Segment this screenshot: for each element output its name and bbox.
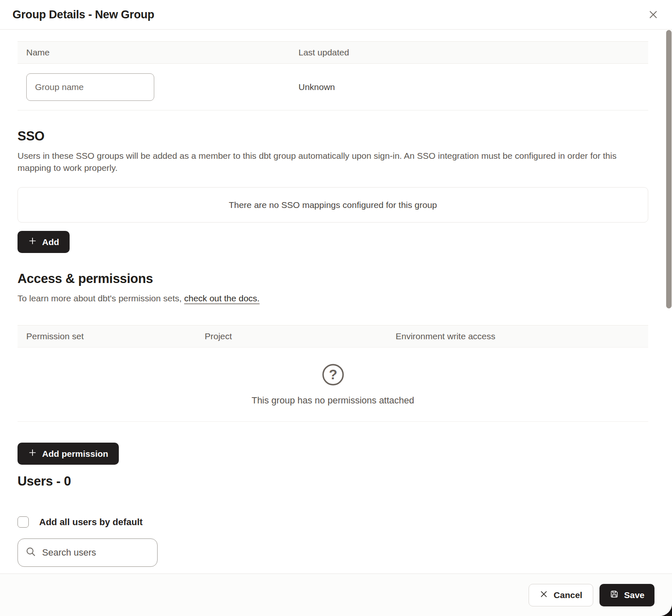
last-updated-value: Unknown: [298, 82, 648, 92]
add-all-users-checkbox[interactable]: [18, 516, 29, 528]
save-button[interactable]: Save: [599, 584, 654, 606]
sso-heading: SSO: [18, 129, 648, 144]
users-heading: Users - 0: [18, 474, 648, 489]
group-name-input[interactable]: [26, 73, 154, 101]
permissions-empty-message: This group has no permissions attached: [251, 395, 414, 406]
svg-text:?: ?: [328, 367, 337, 382]
close-button[interactable]: [645, 7, 661, 23]
sso-empty-message: There are no SSO mappings configured for…: [229, 200, 437, 210]
scrollbar-thumb[interactable]: [666, 30, 672, 308]
search-icon: [25, 546, 36, 559]
add-sso-mapping-label: Add: [42, 237, 59, 247]
access-permissions-description: To learn more about dbt's permission set…: [18, 292, 645, 304]
close-icon: [648, 10, 658, 21]
modal-footer: Cancel Save: [0, 573, 672, 616]
column-header-name: Name: [26, 48, 298, 58]
add-permission-label: Add permission: [42, 449, 108, 459]
search-users-field[interactable]: [18, 538, 158, 567]
permissions-empty-state: ? This group has no permissions attached: [18, 348, 648, 422]
add-all-users-label[interactable]: Add all users by default: [39, 517, 143, 528]
column-header-project: Project: [205, 331, 396, 341]
floppy-disk-icon: [609, 589, 619, 601]
plus-icon: [28, 448, 37, 459]
permissions-table-header: Permission set Project Environment write…: [18, 326, 648, 348]
name-table-row: Unknown: [18, 64, 648, 110]
permissions-table: Permission set Project Environment write…: [18, 325, 648, 422]
add-permission-button[interactable]: Add permission: [18, 443, 119, 465]
cancel-x-icon: [539, 590, 548, 601]
sso-description: Users in these SSO groups will be added …: [18, 150, 645, 174]
modal-header: Group Details - New Group: [0, 0, 672, 30]
access-permissions-heading: Access & permissions: [18, 271, 648, 286]
column-header-last-updated: Last updated: [298, 48, 648, 58]
add-sso-mapping-button[interactable]: Add: [18, 231, 70, 253]
add-all-users-row: Add all users by default: [18, 516, 648, 528]
modal-body: Name Last updated Unknown SSO Users in t…: [0, 41, 672, 567]
modal-title: Group Details - New Group: [13, 8, 154, 21]
search-users-input[interactable]: [42, 539, 162, 566]
name-table-header: Name Last updated: [18, 42, 648, 64]
sso-empty-state: There are no SSO mappings configured for…: [18, 187, 648, 223]
plus-icon: [28, 236, 37, 248]
docs-link[interactable]: check out the docs.: [184, 293, 260, 303]
column-header-permission-set: Permission set: [26, 331, 205, 341]
cancel-label: Cancel: [554, 590, 582, 600]
save-label: Save: [624, 590, 644, 600]
question-circle-icon: ?: [321, 363, 345, 388]
cancel-button[interactable]: Cancel: [529, 584, 593, 606]
permissions-description-text: To learn more about dbt's permission set…: [18, 293, 184, 303]
column-header-environment-write-access: Environment write access: [396, 331, 648, 341]
group-name-cell: [26, 73, 298, 101]
group-name-table: Name Last updated Unknown: [18, 41, 648, 110]
group-details-modal: Group Details - New Group Name Last upda…: [0, 0, 672, 616]
